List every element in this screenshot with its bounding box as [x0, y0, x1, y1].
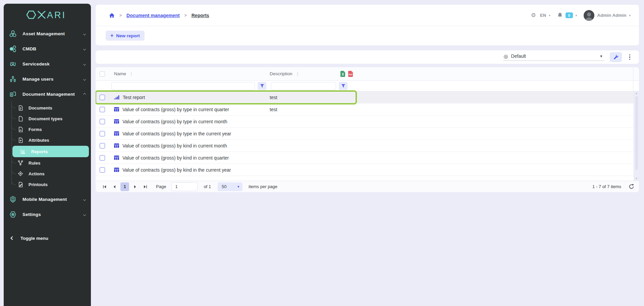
table-row[interactable]: Value of contracts (gross) by type in cu… [96, 103, 639, 116]
breadcrumb-row: > Document management > Reports ⚙ EN ▾ 0… [96, 5, 639, 26]
toggle-menu-button[interactable]: Toggle menu [4, 231, 91, 246]
chevron-down-icon: ▾ [629, 14, 631, 17]
data-table-icon [114, 107, 119, 112]
sidebar-item-mobile-management[interactable]: Mobile Management [4, 192, 91, 207]
refresh-button[interactable] [629, 184, 634, 189]
data-table-icon [114, 131, 119, 136]
notifications[interactable]: 0 ▾ [557, 12, 577, 18]
page-count-label: of 1 [204, 184, 211, 189]
sidebar-item-servicedesk[interactable]: Servicedesk [4, 56, 91, 72]
page-size-select[interactable]: 50 ▼ [218, 182, 243, 191]
report-name[interactable]: Value of contracts (gross) by type in cu… [122, 107, 229, 112]
sidebar-item-settings[interactable]: Settings [4, 207, 91, 222]
sidebar-item-document-management[interactable]: Document Management [4, 87, 91, 102]
vertical-scrollbar[interactable]: ▲ ▼ [634, 91, 639, 181]
row-checkbox[interactable] [100, 155, 105, 161]
language-label: EN [540, 13, 546, 18]
column-menu-icon[interactable]: ⋮ [129, 71, 133, 76]
breadcrumb-link-document-management[interactable]: Document management [126, 13, 180, 18]
sidebar-item-label: Manage users [22, 77, 77, 82]
svg-text:PDF: PDF [348, 73, 353, 75]
notification-badge: 0 [566, 12, 573, 18]
sidebar-subitem-label: Rules [29, 161, 40, 166]
sidebar-subitem-label: Document types [29, 116, 62, 121]
user-menu[interactable]: Admin Admin ▾ [584, 10, 631, 21]
sidebar-subitem-reports[interactable]: Reports [12, 146, 89, 157]
chevron-down-icon: ▼ [600, 54, 603, 58]
new-report-button[interactable]: + New report [106, 31, 145, 41]
description-filter-input[interactable] [271, 82, 336, 90]
next-page-button[interactable] [131, 183, 139, 191]
language-selector[interactable]: EN ▾ [540, 13, 550, 18]
scroll-up-icon[interactable]: ▲ [635, 92, 638, 95]
forms-icon [18, 126, 23, 132]
actions-icon [18, 171, 23, 177]
first-page-button[interactable] [100, 183, 108, 191]
report-name[interactable]: Value of contracts (gross) by kind in cu… [122, 155, 229, 161]
home-icon[interactable] [109, 13, 115, 18]
table-row[interactable]: Value of contracts (gross) by type in cu… [96, 116, 639, 128]
reports-icon [20, 148, 26, 155]
breadcrumb: > Document management > Reports [109, 13, 209, 18]
table-row[interactable]: Value of contracts (gross) by kind in cu… [96, 140, 639, 152]
more-options-button[interactable] [627, 53, 633, 61]
row-checkbox[interactable] [100, 143, 105, 148]
scroll-down-icon[interactable]: ▼ [635, 177, 638, 180]
sidebar-subitem-actions[interactable]: Actions [4, 168, 91, 179]
last-page-button[interactable] [141, 183, 149, 191]
export-pdf-icon[interactable]: PDF [348, 71, 353, 77]
sidebar-subitem-printouts[interactable]: Printouts [4, 179, 91, 190]
table-row-test-report[interactable]: Test report test [96, 91, 639, 103]
table-row[interactable]: Value of contracts (gross) by kind in th… [96, 164, 639, 176]
grid-settings-button[interactable] [610, 52, 622, 62]
page-number-input[interactable] [171, 182, 198, 191]
select-all-checkbox[interactable] [100, 71, 105, 77]
scrollbar-thumb[interactable] [635, 96, 638, 170]
view-selector-dropdown[interactable]: ◎ Default ▼ [503, 53, 604, 61]
sidebar-item-asset-management[interactable]: Asset Management [4, 26, 91, 41]
sidebar-item-manage-users[interactable]: Manage users [4, 72, 91, 87]
page-number-button[interactable]: 1 [120, 182, 129, 191]
report-name[interactable]: Test report [123, 95, 145, 100]
sidebar-subitem-label: Documents [29, 105, 52, 111]
table-row[interactable]: Value of contracts (gross) by kind in cu… [96, 152, 639, 164]
document-types-icon [18, 116, 23, 122]
row-checkbox[interactable] [100, 107, 105, 112]
column-menu-icon[interactable]: ⋮ [296, 71, 300, 76]
report-name[interactable]: Value of contracts (gross) by type in th… [122, 131, 231, 136]
breadcrumb-current-reports[interactable]: Reports [192, 13, 209, 18]
previous-page-button[interactable] [110, 183, 118, 191]
header-description-cell: Description ⋮ [268, 71, 339, 76]
sidebar-subitem-forms[interactable]: Forms [4, 124, 91, 135]
breadcrumb-separator: > [184, 13, 187, 18]
name-filter-input[interactable] [111, 82, 255, 90]
report-name[interactable]: Value of contracts (gross) by kind in th… [122, 167, 231, 173]
description-filter-button[interactable] [339, 82, 347, 90]
export-excel-icon[interactable]: X [340, 71, 345, 77]
report-name[interactable]: Value of contracts (gross) by kind in cu… [122, 143, 227, 148]
name-filter-button[interactable] [258, 82, 266, 90]
gear-icon[interactable]: ⚙ [531, 12, 536, 18]
view-selector-value: Default [511, 53, 597, 59]
plus-icon: + [110, 33, 113, 38]
row-checkbox[interactable] [100, 167, 105, 173]
row-checkbox[interactable] [100, 95, 105, 100]
row-checkbox[interactable] [100, 119, 105, 124]
sidebar-subitem-document-types[interactable]: Document types [4, 113, 91, 124]
sidebar-item-label: CMDB [22, 46, 77, 51]
sidebar-subitem-label: Forms [29, 127, 42, 132]
chevron-down-icon [83, 47, 86, 50]
sidebar-subitem-attributes[interactable]: Attributes [4, 135, 91, 145]
manage-users-icon [9, 76, 16, 83]
header-export-cell: X PDF [339, 71, 633, 77]
report-name[interactable]: Value of contracts (gross) by type in cu… [122, 119, 227, 124]
column-header-description[interactable]: Description [268, 71, 292, 76]
row-checkbox[interactable] [100, 131, 105, 136]
sidebar-subitem-documents[interactable]: Documents [4, 102, 91, 113]
column-header-name[interactable]: Name [109, 71, 126, 76]
sidebar-item-cmdb[interactable]: CMDB [4, 41, 91, 56]
sidebar-subitem-rules[interactable]: Rules [4, 158, 91, 168]
table-row[interactable]: Value of contracts (gross) by type in th… [96, 128, 639, 140]
sidebar-item-label: Document Management [22, 92, 77, 97]
page-actions-row: + New report [96, 26, 639, 45]
